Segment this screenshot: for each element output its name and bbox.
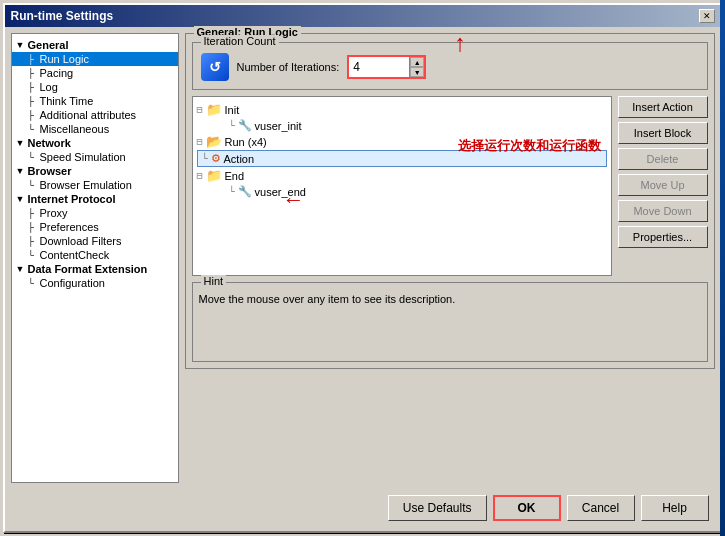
end-script-icon: 🔧 bbox=[238, 185, 252, 198]
folder-icon: 📁 bbox=[206, 102, 222, 117]
insert-action-button[interactable]: Insert Action bbox=[618, 96, 708, 118]
sidebar-tree: ▼General ├Run Logic ├Pacing ├Log ├Think … bbox=[11, 33, 179, 483]
title-controls: ✕ bbox=[699, 9, 715, 23]
hint-label: Hint bbox=[201, 275, 227, 287]
connector: ⊟ bbox=[197, 104, 203, 115]
init-label: Init bbox=[225, 104, 240, 116]
tree-row-vuser-init: └ 🔧 vuser_init bbox=[197, 118, 607, 133]
leaf-icon: └ bbox=[28, 124, 38, 134]
leaf-icon: ├ bbox=[28, 208, 38, 218]
connector: ⊟ bbox=[197, 136, 203, 147]
sidebar-item-general[interactable]: ▼General bbox=[12, 38, 178, 52]
run-logic-group: General: Run Logic Iteration Count ↺ Num… bbox=[185, 33, 715, 369]
end-folder-icon: 📁 bbox=[206, 168, 222, 183]
title-bar: Run-time Settings ✕ bbox=[5, 5, 721, 27]
expand-icon: ▼ bbox=[16, 166, 26, 176]
iteration-icon: ↺ bbox=[201, 53, 229, 81]
use-defaults-button[interactable]: Use Defaults bbox=[388, 495, 487, 521]
cancel-button[interactable]: Cancel bbox=[567, 495, 635, 521]
sidebar-item-contentcheck[interactable]: └ContentCheck bbox=[12, 248, 178, 262]
connector: └ bbox=[202, 153, 208, 164]
iteration-row: ↺ Number of Iterations: ▲ ▼ bbox=[201, 53, 699, 81]
properties-button[interactable]: Properties... bbox=[618, 226, 708, 248]
expand-icon: ▼ bbox=[16, 40, 26, 50]
move-down-button[interactable]: Move Down bbox=[618, 200, 708, 222]
action-buttons: Insert Action Insert Block Delete Move U… bbox=[618, 96, 708, 276]
sidebar-item-proxy[interactable]: ├Proxy bbox=[12, 206, 178, 220]
move-up-button[interactable]: Move Up bbox=[618, 174, 708, 196]
iteration-label: Number of Iterations: bbox=[237, 61, 340, 73]
action-label: Action bbox=[224, 153, 255, 165]
ok-button[interactable]: OK bbox=[493, 495, 561, 521]
leaf-icon: └ bbox=[28, 152, 38, 162]
vuser-init-label: vuser_init bbox=[255, 120, 302, 132]
sidebar-item-network[interactable]: ▼Network bbox=[12, 136, 178, 150]
sidebar-item-data-format[interactable]: ▼Data Format Extension bbox=[12, 262, 178, 276]
window-body: ▼General ├Run Logic ├Pacing ├Log ├Think … bbox=[5, 27, 721, 531]
sidebar-item-think-time[interactable]: ├Think Time bbox=[12, 94, 178, 108]
leaf-icon: ├ bbox=[28, 96, 38, 106]
iteration-section: Iteration Count ↺ Number of Iterations: … bbox=[192, 42, 708, 90]
iteration-group-label: Iteration Count bbox=[201, 35, 279, 47]
expand-icon: ▼ bbox=[16, 138, 26, 148]
leaf-icon: └ bbox=[28, 250, 38, 260]
hint-box: Hint Move the mouse over any item to see… bbox=[192, 282, 708, 362]
leaf-icon: └ bbox=[28, 180, 38, 190]
content-area: General: Run Logic Iteration Count ↺ Num… bbox=[185, 33, 715, 483]
leaf-icon: ├ bbox=[28, 110, 38, 120]
sidebar-item-log[interactable]: ├Log bbox=[12, 80, 178, 94]
action-icon: ⚙ bbox=[211, 152, 221, 165]
sidebar-item-pacing[interactable]: ├Pacing bbox=[12, 66, 178, 80]
sidebar-item-preferences[interactable]: ├Preferences bbox=[12, 220, 178, 234]
expand-icon: ▼ bbox=[16, 194, 26, 204]
tree-row-vuser-end: └ 🔧 vuser_end bbox=[197, 184, 607, 199]
hint-section: Hint Move the mouse over any item to see… bbox=[192, 282, 708, 362]
connector: └ bbox=[229, 120, 235, 131]
leaf-icon: ├ bbox=[28, 236, 38, 246]
leaf-icon: ├ bbox=[28, 54, 38, 64]
sidebar-item-run-logic[interactable]: ├Run Logic bbox=[12, 52, 178, 66]
main-window: Run-time Settings ✕ ▼General ├Run Logic … bbox=[3, 3, 723, 533]
insert-block-button[interactable]: Insert Block bbox=[618, 122, 708, 144]
connector: └ bbox=[229, 186, 235, 197]
arrow-annotation-up: ↑ bbox=[454, 29, 466, 57]
logic-tree: ⊟ 📁 Init └ 🔧 vuser_init ⊟ bbox=[192, 96, 612, 276]
leaf-icon: ├ bbox=[28, 222, 38, 232]
run-label: Run (x4) bbox=[225, 136, 267, 148]
leaf-icon: └ bbox=[28, 278, 38, 288]
main-area: ▼General ├Run Logic ├Pacing ├Log ├Think … bbox=[11, 33, 715, 483]
logic-area: ⊟ 📁 Init └ 🔧 vuser_init ⊟ bbox=[192, 96, 708, 276]
connector: ⊟ bbox=[197, 170, 203, 181]
hint-text: Move the mouse over any item to see its … bbox=[199, 293, 701, 305]
close-button[interactable]: ✕ bbox=[699, 9, 715, 23]
script-icon: 🔧 bbox=[238, 119, 252, 132]
help-button[interactable]: Help bbox=[641, 495, 709, 521]
sidebar-item-configuration[interactable]: └Configuration bbox=[12, 276, 178, 290]
bottom-bar: Use Defaults OK Cancel Help bbox=[11, 489, 715, 525]
iteration-input[interactable] bbox=[349, 57, 409, 77]
spin-buttons: ▲ ▼ bbox=[409, 57, 424, 77]
sidebar-item-browser-emulation[interactable]: └Browser Emulation bbox=[12, 178, 178, 192]
leaf-icon: ├ bbox=[28, 82, 38, 92]
window-title: Run-time Settings bbox=[11, 9, 114, 23]
iteration-input-wrap: ▲ ▼ bbox=[347, 55, 426, 79]
delete-button[interactable]: Delete bbox=[618, 148, 708, 170]
run-folder-icon: 📂 bbox=[206, 134, 222, 149]
sidebar-item-browser[interactable]: ▼Browser bbox=[12, 164, 178, 178]
sidebar-item-internet-protocol[interactable]: ▼Internet Protocol bbox=[12, 192, 178, 206]
leaf-icon: ├ bbox=[28, 68, 38, 78]
spin-down-button[interactable]: ▼ bbox=[410, 67, 424, 77]
spin-up-button[interactable]: ▲ bbox=[410, 57, 424, 67]
tree-row-init: ⊟ 📁 Init bbox=[197, 101, 607, 118]
right-accent bbox=[720, 0, 725, 536]
sidebar-item-download-filters[interactable]: ├Download Filters bbox=[12, 234, 178, 248]
sidebar-item-speed-simulation[interactable]: └Speed Simulation bbox=[12, 150, 178, 164]
expand-icon: ▼ bbox=[16, 264, 26, 274]
sidebar-item-additional-attributes[interactable]: ├Additional attributes bbox=[12, 108, 178, 122]
end-label: End bbox=[225, 170, 245, 182]
tree-row-end: ⊟ 📁 End bbox=[197, 167, 607, 184]
sidebar-item-miscellaneous[interactable]: └Miscellaneous bbox=[12, 122, 178, 136]
annotation-text: 选择运行次数和运行函数 bbox=[458, 137, 601, 155]
arrow-left: ← bbox=[283, 187, 305, 213]
